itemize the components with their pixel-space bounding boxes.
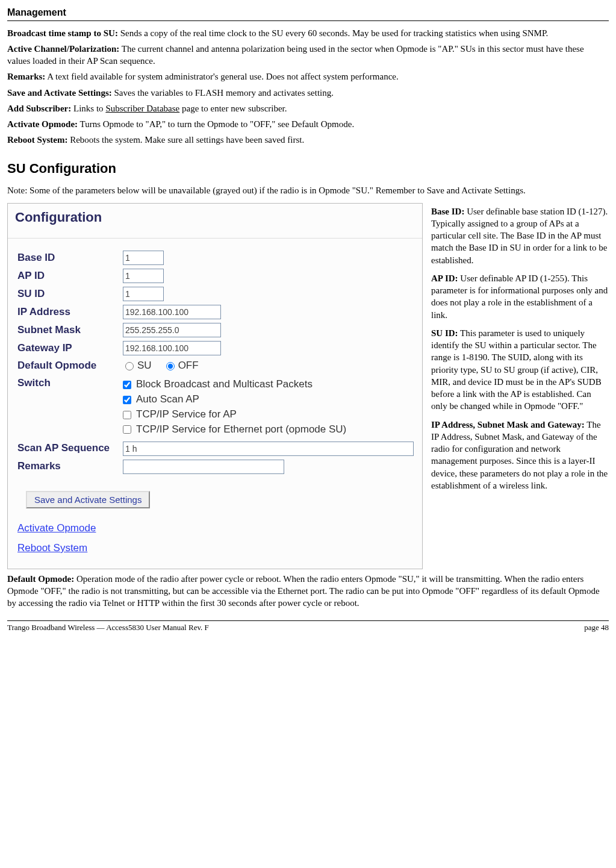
para-active-channel: Active Channel/Polarization: The current… [7,43,609,67]
para-activate-opmode: Activate Opmode: Turns Opmode to "AP," t… [7,118,609,130]
opmode-su-label: SU [137,359,152,373]
opmode-off-radio[interactable] [166,362,175,370]
opmode-su-radio[interactable] [125,362,134,370]
base-id-label: Base ID [17,251,123,265]
switch-auto-scan-label: Auto Scan AP [136,393,199,407]
su-id-input[interactable] [123,287,164,301]
switch-tcpip-eth-checkbox[interactable] [123,425,131,434]
su-id-label: SU ID [17,287,123,301]
configuration-panel: Configuration Base ID AP ID SU ID IP Add… [7,203,423,569]
activate-opmode-link[interactable]: Activate Opmode [17,522,412,535]
switch-tcpip-eth-label: TCP/IP Service for Ethernet port (opmode… [136,423,346,437]
para-add-subscriber: Add Subscriber: Links to Subscriber Data… [7,102,609,114]
subnet-mask-input[interactable] [123,323,221,337]
para-default-opmode: Default Opmode: Operation mode of the ra… [7,573,609,610]
switch-auto-scan-checkbox[interactable] [123,396,131,404]
default-opmode-label: Default Opmode [17,359,123,373]
opmode-off-label: OFF [178,359,199,373]
section-title: SU Configuration [7,160,609,178]
para-broadcast: Broadcast time stamp to SU: Sends a copy… [7,27,609,39]
save-activate-button[interactable]: Save and Activate Settings [26,491,150,508]
config-title: Configuration [8,204,422,239]
remarks-field-label: Remarks [17,460,123,473]
page-header: Management [7,6,609,21]
switch-tcpip-ap-label: TCP/IP Service for AP [136,408,237,422]
section-note: Note: Some of the parameters below will … [7,184,609,196]
footer-right: page 48 [584,622,609,633]
ip-address-label: IP Address [17,305,123,319]
gateway-ip-input[interactable] [123,341,221,355]
ap-id-input[interactable] [123,269,164,283]
gateway-ip-label: Gateway IP [17,342,123,355]
footer-left: Trango Broadband Wireless — Access5830 U… [7,622,209,633]
ip-address-input[interactable] [123,305,221,319]
reboot-system-link[interactable]: Reboot System [17,542,412,555]
para-reboot: Reboot System: Reboots the system. Make … [7,134,609,146]
switch-block-broadcast-checkbox[interactable] [123,381,131,389]
page-footer: Trango Broadband Wireless — Access5830 U… [7,620,609,633]
para-remarks: Remarks: A text field available for syst… [7,70,609,83]
base-id-input[interactable] [123,251,164,265]
scan-ap-input[interactable] [123,442,414,456]
side-definitions: Base ID: User definable base station ID … [431,203,609,498]
subnet-mask-label: Subnet Mask [17,323,123,337]
ap-id-label: AP ID [17,269,123,283]
switch-label: Switch [17,376,123,390]
para-save-activate: Save and Activate Settings: Saves the va… [7,87,609,99]
subscriber-db-link[interactable]: Subscriber Database [105,104,179,113]
scan-ap-label: Scan AP Sequence [17,442,123,455]
remarks-input[interactable] [123,460,284,474]
switch-block-broadcast-label: Block Broadcast and Multicast Packets [136,378,313,392]
switch-tcpip-ap-checkbox[interactable] [123,411,131,419]
